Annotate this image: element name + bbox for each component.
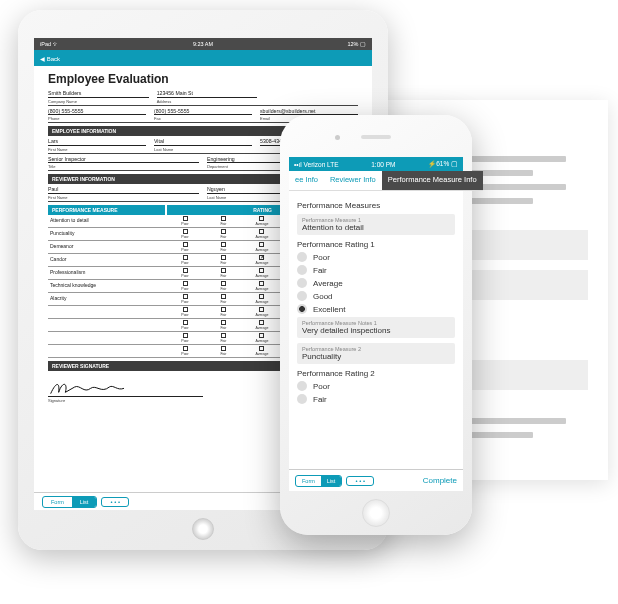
rating-option[interactable]: Poor	[166, 229, 204, 239]
emp-first-value: Lars	[48, 138, 146, 146]
emp-title-value: Senior Inspector	[48, 156, 199, 164]
status-time: 9:23 AM	[193, 41, 213, 47]
more-button[interactable]: • • •	[101, 497, 129, 507]
notes-1-field[interactable]: Performance Measure Notes 1 Very detaile…	[297, 317, 455, 338]
rating-option[interactable]: Poor	[166, 281, 204, 291]
tab-employee-info[interactable]: ee Info	[289, 171, 324, 191]
radio-option[interactable]: Poor	[297, 252, 455, 262]
ipad-status-bar: iPad ᯤ 9:23 AM 12% ▢	[34, 38, 372, 50]
radio-icon	[297, 304, 307, 314]
checkbox-icon	[259, 268, 264, 273]
rating-option[interactable]: Fair	[204, 216, 242, 226]
perf-measure-name: Punctuality	[48, 229, 166, 239]
radio-option[interactable]: Fair	[297, 394, 455, 404]
back-button[interactable]: ◀ Back	[40, 55, 60, 62]
checkbox-icon	[221, 320, 226, 325]
rating-option[interactable]: Poor	[166, 268, 204, 278]
notes-1-value: Very detailed inspections	[302, 326, 450, 335]
radio-option[interactable]: Excellent	[297, 304, 455, 314]
rating-option[interactable]: Average	[243, 268, 281, 278]
iphone-form-body: Performance Measures Performance Measure…	[289, 191, 463, 469]
rating-option[interactable]: Average	[243, 281, 281, 291]
rating-option[interactable]: Average	[243, 294, 281, 304]
rating-option[interactable]: Fair	[204, 255, 242, 265]
rating-option[interactable]: Poor	[166, 294, 204, 304]
company-value: Smith Builders	[48, 90, 149, 98]
rating-sublabel: Average	[243, 274, 281, 278]
rating-option[interactable]: Fair	[204, 229, 242, 239]
checkbox-icon	[259, 255, 264, 260]
rating-option[interactable]: Poor	[166, 346, 204, 356]
measure-1-field[interactable]: Performance Measure 1 Attention to detai…	[297, 214, 455, 235]
radio-option[interactable]: Fair	[297, 265, 455, 275]
measure-2-field[interactable]: Performance Measure 2 Punctuality	[297, 343, 455, 364]
rating-option[interactable]: Average	[243, 242, 281, 252]
radio-option[interactable]: Poor	[297, 381, 455, 391]
radio-icon	[297, 265, 307, 275]
rating-option[interactable]: Fair	[204, 268, 242, 278]
segment-list[interactable]: List	[72, 497, 97, 507]
ipad-home-button[interactable]	[192, 518, 214, 540]
rating-option[interactable]: Fair	[204, 281, 242, 291]
rating-sublabel: Fair	[204, 261, 242, 265]
complete-button[interactable]: Complete	[423, 476, 457, 485]
status-left: iPad ᯤ	[40, 41, 59, 47]
rating-option[interactable]: Average	[243, 346, 281, 356]
radio-option[interactable]: Average	[297, 278, 455, 288]
rating-option[interactable]: Average	[243, 216, 281, 226]
fax-label: Fax	[154, 116, 161, 121]
radio-label: Poor	[313, 382, 330, 391]
rating-sublabel: Average	[243, 261, 281, 265]
rating-option[interactable]: Fair	[204, 242, 242, 252]
checkbox-icon	[259, 346, 264, 351]
perf-header-measure: PERFORMANCE MEASURE	[48, 205, 165, 215]
rating-option[interactable]: Fair	[204, 307, 242, 317]
rating-option[interactable]: Poor	[166, 320, 204, 330]
rating-option[interactable]: Fair	[204, 320, 242, 330]
rating-sublabel: Poor	[166, 248, 204, 252]
form-title: Employee Evaluation	[48, 72, 358, 86]
checkbox-icon	[221, 346, 226, 351]
rating-option[interactable]: Poor	[166, 333, 204, 343]
rating-option[interactable]: Poor	[166, 307, 204, 317]
section-title: Performance Measures	[297, 201, 455, 210]
form-list-segment[interactable]: Form List	[42, 496, 97, 508]
rating-option[interactable]: Poor	[166, 242, 204, 252]
perf-measure-name	[48, 346, 166, 356]
rating-sublabel: Fair	[204, 274, 242, 278]
radio-option[interactable]: Good	[297, 291, 455, 301]
emp-dept-label: Department	[207, 164, 228, 169]
checkbox-icon	[259, 216, 264, 221]
istatus-battery: ⚡61% ▢	[428, 160, 458, 168]
segment-form[interactable]: Form	[296, 476, 321, 486]
tab-reviewer-info[interactable]: Reviewer Info	[324, 171, 382, 191]
iphone-home-button[interactable]	[362, 499, 390, 527]
rating-option[interactable]: Average	[243, 255, 281, 265]
rating-option[interactable]: Poor	[166, 255, 204, 265]
rating-option[interactable]: Fair	[204, 294, 242, 304]
radio-icon	[297, 394, 307, 404]
rev-first-label: First Name	[48, 195, 68, 200]
iphone-more-button[interactable]: • • •	[346, 476, 374, 486]
rating-option[interactable]: Average	[243, 229, 281, 239]
rating-option[interactable]: Average	[243, 307, 281, 317]
perf-measure-name: Candor	[48, 255, 166, 265]
rating-option[interactable]: Fair	[204, 346, 242, 356]
rating-option[interactable]: Poor	[166, 216, 204, 226]
rating-option[interactable]: Average	[243, 320, 281, 330]
segment-list[interactable]: List	[321, 476, 342, 486]
radio-label: Fair	[313, 266, 327, 275]
checkbox-icon	[221, 294, 226, 299]
perf-measure-name	[48, 307, 166, 317]
status-battery: 12% ▢	[347, 41, 366, 47]
tab-performance-measure[interactable]: Performance Measure Info	[382, 171, 483, 191]
checkbox-icon	[259, 281, 264, 286]
segment-form[interactable]: Form	[43, 497, 72, 507]
emp-title-label: Title	[48, 164, 55, 169]
checkbox-icon	[183, 229, 188, 234]
rating-option[interactable]: Fair	[204, 333, 242, 343]
radio-icon	[297, 291, 307, 301]
iphone-segment[interactable]: Form List	[295, 475, 342, 487]
rating-option[interactable]: Average	[243, 333, 281, 343]
rating-sublabel: Poor	[166, 222, 204, 226]
